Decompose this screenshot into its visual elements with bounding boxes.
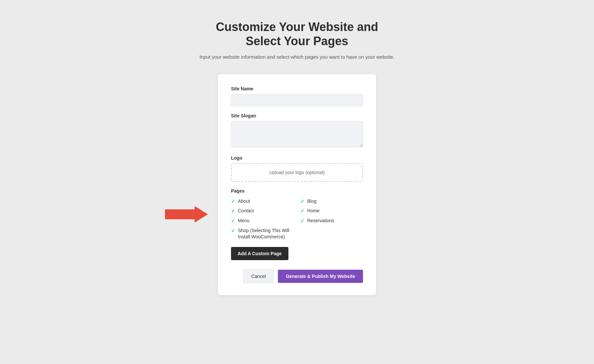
generate-publish-button[interactable]: Generate & Publish My Website [278,270,363,283]
check-icon-shop: ✓ [231,228,235,234]
form-card: Site Name Site Slogan Logo Upload your l… [218,74,376,295]
page-label-contact: Contact [238,208,254,214]
page-item-menu[interactable]: ✓ Menu [231,218,294,224]
footer-actions: Cancel Generate & Publish My Website [231,269,363,283]
arrow-indicator [165,206,208,223]
check-icon-blog: ✓ [300,198,305,204]
site-name-label: Site Name [231,86,363,91]
page-label-reservations: Reservations [307,218,334,224]
page-label-menu: Menu [238,218,249,224]
logo-label: Logo [231,155,363,161]
site-slogan-input[interactable] [231,121,363,147]
pages-label: Pages [231,188,363,194]
page-item-home[interactable]: ✓ Home [300,208,363,214]
page-label-about: About [238,198,250,205]
add-custom-page-button[interactable]: Add A Custom Page [231,247,288,260]
page-item-blog[interactable]: ✓ Blog [300,198,363,205]
site-name-input[interactable] [231,94,363,106]
page-item-shop[interactable]: ✓ Shop (Selecting This Will Install WooC… [231,228,294,240]
check-icon-home: ✓ [300,208,305,214]
pages-grid: ✓ About ✓ Blog ✓ Contact ✓ Home ✓ Menu ✓… [231,198,363,240]
cancel-button[interactable]: Cancel [243,269,274,283]
page-header: Customize Your Website and Select Your P… [199,20,394,61]
check-icon-about: ✓ [231,198,235,204]
site-slogan-label: Site Slogan [231,113,363,118]
page-label-shop: Shop (Selecting This Will Install WooCom… [238,228,294,240]
check-icon-menu: ✓ [231,218,235,224]
page-item-about[interactable]: ✓ About [231,198,294,205]
page-item-contact[interactable]: ✓ Contact [231,208,294,214]
page-label-blog: Blog [307,198,316,205]
page-item-reservations[interactable]: ✓ Reservations [300,218,363,224]
page-subtitle: Input your website information and selec… [199,53,394,61]
page-title: Customize Your Website and Select Your P… [199,20,394,48]
check-icon-contact: ✓ [231,208,235,214]
check-icon-reservations: ✓ [300,218,305,224]
svg-marker-0 [165,206,208,223]
upload-label-text: Upload your logo (optional) [269,170,325,175]
page-label-home: Home [307,208,319,214]
logo-upload-area[interactable]: Upload your logo (optional) [231,163,363,182]
